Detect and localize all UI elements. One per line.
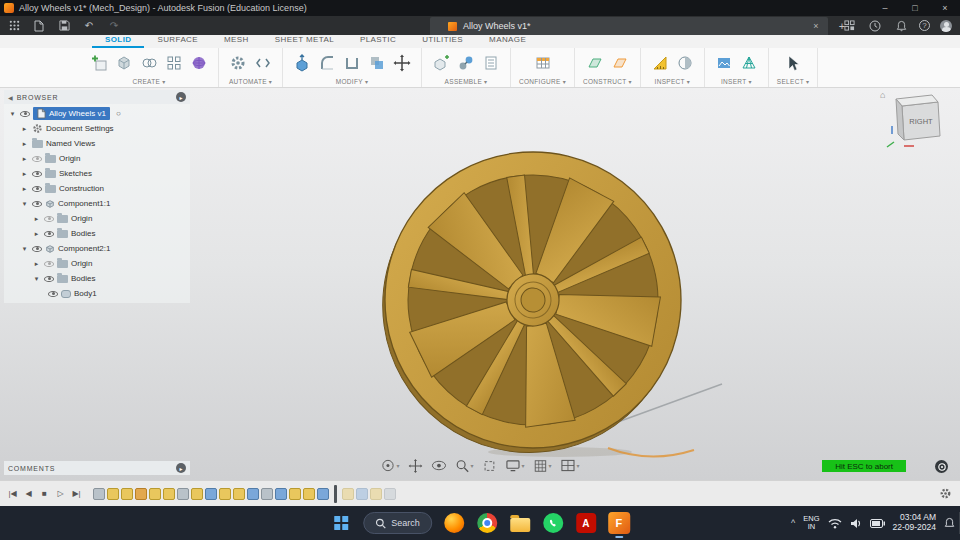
document-tab[interactable]: Alloy Wheels v1* × [430, 17, 828, 35]
new-sketch-icon[interactable] [88, 52, 110, 74]
expand-icon[interactable]: ▾ [20, 200, 29, 208]
create-form-icon[interactable] [188, 52, 210, 74]
expand-icon[interactable]: ▾ [20, 245, 29, 253]
timeline-feature-icon[interactable] [289, 488, 301, 500]
combine-icon[interactable] [366, 52, 388, 74]
visibility-eye-icon[interactable] [44, 261, 54, 267]
job-status-clock-icon[interactable] [867, 18, 883, 34]
taskbar-firefox-icon[interactable] [443, 512, 465, 534]
skip-to-end-button[interactable]: ▶| [72, 489, 81, 498]
script-icon[interactable] [252, 52, 274, 74]
ribbon-tab-manage[interactable]: MANAGE [476, 35, 539, 48]
look-at-icon[interactable] [431, 460, 446, 471]
taskbar-chrome-icon[interactable] [476, 512, 498, 534]
expand-icon[interactable]: ▾ [8, 110, 17, 118]
sketch-circles-icon[interactable] [138, 52, 160, 74]
joint-icon[interactable] [455, 52, 477, 74]
expand-icon[interactable]: ▸ [20, 140, 29, 148]
undo-icon[interactable]: ↶ [81, 18, 97, 34]
wifi-icon[interactable] [828, 518, 842, 529]
timeline-feature-icon[interactable] [191, 488, 203, 500]
timeline-position-marker[interactable] [334, 485, 337, 503]
timeline-feature-icon[interactable] [233, 488, 245, 500]
maximize-button[interactable]: □ [900, 0, 930, 16]
group-label-configure[interactable]: CONFIGURE▾ [519, 78, 566, 85]
timeline-settings-gear-icon[interactable] [939, 487, 952, 500]
group-label-assemble[interactable]: ASSEMBLE▾ [445, 78, 488, 85]
alloy-wheel-model[interactable] [363, 133, 701, 472]
tree-item-sketches[interactable]: ▸ Sketches [4, 166, 190, 181]
taskbar-file-explorer-icon[interactable] [509, 512, 531, 534]
taskbar-acrobat-icon[interactable]: A [575, 512, 597, 534]
activate-radio-icon[interactable]: ○ [116, 109, 121, 118]
section-analysis-icon[interactable] [674, 52, 696, 74]
tree-item-component2-origin[interactable]: ▸ Origin [4, 256, 190, 271]
tree-item-component2[interactable]: ▾ Component2:1 [4, 241, 190, 256]
redo-icon[interactable]: ↷ [106, 18, 122, 34]
tree-item-root[interactable]: ▾ Alloy Wheels v1 ○ [4, 106, 190, 121]
timeline-feature-icon[interactable] [247, 488, 259, 500]
visibility-eye-icon[interactable] [32, 201, 42, 207]
expand-icon[interactable]: ▸ [20, 155, 29, 163]
tree-item-named-views[interactable]: ▸ Named Views [4, 136, 190, 151]
volume-icon[interactable] [850, 518, 862, 529]
tree-item-component1-bodies[interactable]: ▸ Bodies [4, 226, 190, 241]
notification-bell-icon[interactable] [944, 517, 955, 529]
timeline-feature-icon[interactable] [177, 488, 189, 500]
close-button[interactable]: × [930, 0, 960, 16]
timeline-feature-icon[interactable] [121, 488, 133, 500]
skip-to-start-button[interactable]: |◀ [8, 489, 17, 498]
ribbon-tab-mesh[interactable]: MESH [211, 35, 262, 48]
group-label-construct[interactable]: CONSTRUCT▾ [583, 78, 632, 85]
play-button[interactable]: ▷ [56, 489, 65, 498]
visibility-eye-icon[interactable] [32, 156, 42, 162]
construction-plane-icon[interactable] [584, 52, 606, 74]
ribbon-tab-surface[interactable]: SURFACE [144, 35, 211, 48]
visibility-eye-icon[interactable] [44, 276, 54, 282]
configuration-table-icon[interactable] [532, 52, 554, 74]
tree-item-body1[interactable]: Body1 [4, 286, 190, 301]
tree-item-component1-origin[interactable]: ▸ Origin [4, 211, 190, 226]
ribbon-tab-plastic[interactable]: PLASTIC [347, 35, 409, 48]
sketch-arc[interactable] [608, 448, 694, 457]
timeline-feature-icon[interactable] [205, 488, 217, 500]
orbit-icon[interactable]: ▾ [380, 458, 399, 473]
timeline-feature-icon[interactable] [93, 488, 105, 500]
group-label-automate[interactable]: AUTOMATE▾ [229, 78, 272, 85]
timeline-feature-icon[interactable] [261, 488, 273, 500]
tree-item-component2-bodies[interactable]: ▾ Bodies [4, 271, 190, 286]
new-tab-button[interactable]: + [834, 17, 850, 35]
group-label-insert[interactable]: INSERT▾ [721, 78, 752, 85]
expand-icon[interactable]: ▸ [32, 215, 41, 223]
timeline-feature-icon[interactable] [370, 488, 382, 500]
bom-list-icon[interactable] [480, 52, 502, 74]
display-settings-icon[interactable]: ▾ [505, 459, 524, 472]
save-icon[interactable] [56, 18, 72, 34]
step-back-button[interactable]: ◀ [24, 489, 33, 498]
visibility-eye-icon[interactable] [44, 216, 54, 222]
tree-item-construction[interactable]: ▸ Construction [4, 181, 190, 196]
expand-icon[interactable]: ▾ [32, 275, 41, 283]
timeline-feature-icon[interactable] [356, 488, 368, 500]
taskbar-clock[interactable]: 03:04 AM 22-09-2024 [893, 513, 936, 533]
shell-icon[interactable] [341, 52, 363, 74]
zoom-icon[interactable]: ▾ [455, 459, 473, 473]
comments-panel-header[interactable]: COMMENTS ▸ [4, 461, 190, 475]
timeline-feature-icon[interactable] [219, 488, 231, 500]
battery-icon[interactable] [870, 519, 885, 528]
view-cube[interactable]: ⌂ RIGHT [882, 90, 954, 152]
viewports-icon[interactable]: ▾ [561, 459, 580, 472]
group-label-select[interactable]: SELECT▾ [777, 78, 809, 85]
visibility-eye-icon[interactable] [48, 291, 58, 297]
timeline-feature-icon[interactable] [107, 488, 119, 500]
ribbon-tab-solid[interactable]: SOLID [92, 35, 144, 48]
taskbar-search[interactable]: Search [363, 512, 432, 534]
file-menu-icon[interactable] [31, 18, 47, 34]
expand-icon[interactable]: ▸ [20, 125, 29, 133]
notifications-bell-icon[interactable] [893, 18, 909, 34]
expand-icon[interactable]: ▸ [20, 185, 29, 193]
visibility-eye-icon[interactable] [32, 171, 42, 177]
pattern-icon[interactable] [163, 52, 185, 74]
assistant-icon[interactable] [935, 460, 948, 473]
user-avatar[interactable] [940, 20, 952, 32]
